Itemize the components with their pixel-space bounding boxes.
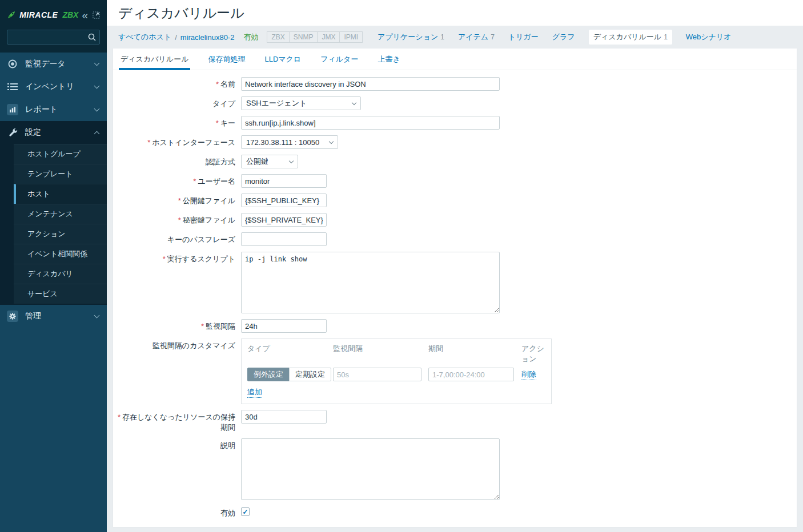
nav-graphs-link[interactable]: グラフ (552, 32, 575, 42)
jmx-badge: JMX (317, 31, 340, 43)
host-nav: アプリケーション1 アイテム7 トリガー グラフ ディスカバリルール1 Webシ… (378, 30, 731, 45)
required-mark: * (201, 322, 204, 331)
enabled-checkbox[interactable]: ✓ (241, 507, 250, 516)
wrench-icon (7, 128, 18, 138)
sidebar-item-label: レポート (25, 104, 58, 115)
col-action: アクション (521, 344, 545, 364)
logo[interactable]: MIRACLEZBX « (7, 6, 100, 24)
description-label: 説明 (113, 438, 241, 451)
lost-resources-input[interactable] (241, 410, 327, 424)
host-interface-select[interactable]: 172.30.38.111 : 10050 (241, 135, 338, 149)
public-key-input[interactable] (241, 194, 327, 207)
list-icon (7, 83, 18, 91)
interface-availability-badges: ZBX SNMP JMX IPMI (267, 31, 363, 43)
chevron-down-icon (94, 83, 100, 89)
custom-interval-row: 例外設定 定期設定 削除 (247, 368, 545, 381)
private-key-input[interactable] (241, 213, 327, 227)
gear-icon (7, 311, 18, 322)
nav-label: アプリケーション (378, 33, 438, 41)
host-interface-select-value: 172.30.38.111 : 10050 (246, 138, 319, 147)
sidebar-section-configuration: 設定 ホストグループ テンプレート ホスト メンテナンス アクション イベント相… (0, 121, 107, 305)
interval-type-scheduling-button[interactable]: 定期設定 (289, 368, 331, 381)
nav-items-link[interactable]: アイテム7 (458, 32, 495, 42)
product-text: ZBX (62, 10, 78, 19)
col-interval: 監視間隔 (333, 344, 428, 364)
tab-lld-macros[interactable]: LLDマクロ (263, 49, 303, 70)
breadcrumb-host-link[interactable]: miraclelinux80-2 (180, 33, 235, 42)
custom-period-input[interactable] (428, 368, 514, 381)
tab-preprocessing[interactable]: 保存前処理 (206, 49, 247, 70)
sidebar-item-event-correlation[interactable]: イベント相関関係 (14, 244, 107, 264)
required-mark: * (193, 177, 196, 186)
description-textarea[interactable] (241, 438, 500, 500)
check-icon: ✓ (242, 509, 248, 515)
search-input[interactable] (7, 30, 100, 45)
passphrase-label: キーのパスフレーズ (113, 232, 241, 245)
sidebar: MIRACLEZBX « (0, 0, 107, 532)
custom-interval-input[interactable] (333, 368, 421, 381)
sidebar-item-inventory[interactable]: インベントリ (0, 75, 107, 98)
nav-count: 1 (440, 33, 444, 41)
sidebar-item-actions[interactable]: アクション (14, 224, 107, 244)
key-input[interactable] (241, 116, 500, 130)
private-key-label: *秘密鍵ファイル (113, 213, 241, 225)
auth-method-label: 認証方式 (113, 155, 241, 167)
sidebar-header: MIRACLEZBX « (0, 0, 107, 53)
nav-web-scenarios-link[interactable]: Webシナリオ (686, 32, 732, 42)
name-input[interactable] (241, 77, 500, 91)
sidebar-item-hosts[interactable]: ホスト (14, 184, 107, 204)
type-label: タイプ (113, 96, 241, 109)
snmp-badge: SNMP (289, 31, 318, 43)
popout-icon[interactable] (93, 11, 100, 19)
required-mark: * (216, 80, 219, 88)
sidebar-item-host-groups[interactable]: ホストグループ (14, 144, 107, 164)
tab-discovery-rule[interactable]: ディスカバリルール (119, 49, 190, 70)
update-interval-input[interactable] (241, 319, 327, 333)
sidebar-item-maintenance[interactable]: メンテナンス (14, 204, 107, 224)
username-input[interactable] (241, 174, 327, 188)
collapse-sidebar-icon[interactable]: « (82, 10, 88, 21)
script-textarea[interactable]: ip -j link show (241, 252, 500, 313)
custom-intervals-label: 監視間隔のカスタマイズ (113, 338, 241, 351)
nav-applications-link[interactable]: アプリケーション1 (378, 32, 444, 42)
sidebar-item-administration[interactable]: 管理 (0, 305, 107, 328)
sidebar-item-templates[interactable]: テンプレート (14, 164, 107, 184)
ipmi-badge: IPMI (339, 31, 363, 43)
custom-intervals-table: タイプ 監視間隔 期間 アクション 例外設定 定期設定 (241, 338, 552, 404)
delete-interval-link[interactable]: 削除 (521, 369, 536, 380)
page-title: ディスカバリルール (118, 4, 244, 22)
configuration-submenu: ホストグループ テンプレート ホスト メンテナンス アクション イベント相関関係… (0, 144, 107, 305)
sidebar-item-monitoring[interactable]: 監視データ (0, 53, 107, 75)
chevron-down-icon (352, 100, 356, 104)
brand-text: MIRACLE (19, 10, 58, 19)
chevron-up-icon (94, 131, 100, 136)
nav-triggers-link[interactable]: トリガー (508, 32, 539, 42)
sidebar-item-reports[interactable]: レポート (0, 98, 107, 121)
main-area: ディスカバリルール すべてのホスト / miraclelinux80-2 有効 … (107, 0, 803, 532)
auth-method-select-value: 公開鍵 (246, 156, 268, 167)
passphrase-input[interactable] (241, 232, 327, 246)
sidebar-item-discovery[interactable]: ディスカバリ (14, 264, 107, 284)
host-interface-label: *ホストインターフェース (113, 135, 241, 148)
tab-overrides[interactable]: 上書き (376, 49, 402, 70)
interval-type-flexible-button[interactable]: 例外設定 (247, 368, 290, 381)
auth-method-select[interactable]: 公開鍵 (241, 155, 298, 168)
nav-label: グラフ (552, 33, 575, 41)
type-select-value: SSHエージェント (246, 98, 307, 108)
required-mark: * (216, 119, 219, 127)
required-mark: * (178, 196, 181, 205)
sidebar-item-services[interactable]: サービス (14, 284, 107, 304)
logo-rocket-icon (7, 7, 16, 22)
chevron-down-icon (94, 313, 100, 319)
zbx-badge: ZBX (267, 31, 289, 43)
tab-filters[interactable]: フィルター (319, 49, 360, 70)
breadcrumb-all-hosts-link[interactable]: すべてのホスト (118, 32, 171, 42)
name-label: *名前 (113, 77, 241, 90)
required-mark: * (178, 216, 181, 224)
type-select[interactable]: SSHエージェント (241, 96, 361, 110)
key-label: *キー (113, 116, 241, 128)
add-interval-link[interactable]: 追加 (247, 387, 262, 398)
sidebar-item-configuration[interactable]: 設定 (0, 121, 107, 144)
col-type: タイプ (247, 344, 333, 364)
enabled-label: 有効 (113, 506, 241, 518)
